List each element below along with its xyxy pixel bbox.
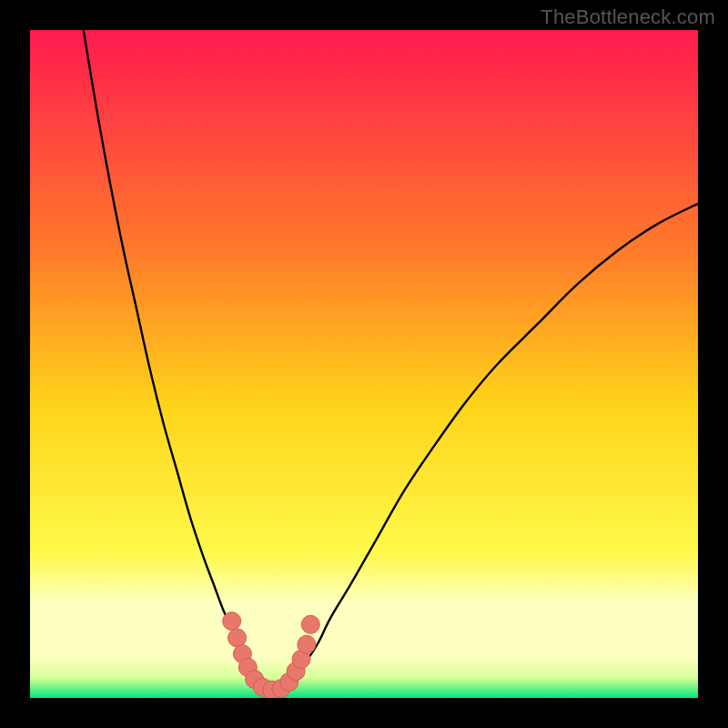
data-point-marker xyxy=(298,635,316,653)
chart-svg xyxy=(30,30,698,698)
plot-area xyxy=(30,30,698,698)
data-point-marker xyxy=(228,629,247,647)
data-point-marker xyxy=(223,612,241,631)
data-point-marker xyxy=(301,615,319,633)
outer-frame: TheBottleneck.com xyxy=(0,0,728,728)
watermark-text: TheBottleneck.com xyxy=(541,5,715,29)
gradient-background xyxy=(30,30,698,698)
